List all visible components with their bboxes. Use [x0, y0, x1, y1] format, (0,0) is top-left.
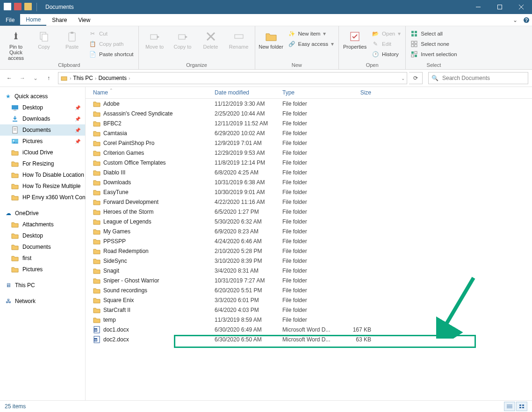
view-icons-button[interactable]	[516, 402, 527, 411]
paste-shortcut-button[interactable]: 📄Paste shortcut	[87, 50, 136, 59]
file-row[interactable]: Sound recordings6/20/2020 5:51 PMFile fo…	[86, 285, 532, 295]
up-button[interactable]: ↑	[43, 72, 54, 84]
sidebar-item[interactable]: Pictures	[0, 264, 85, 275]
sidebar-item[interactable]: HP Envy x360 Won't Con	[0, 192, 85, 203]
copy-path-button[interactable]: 📋Copy path	[87, 39, 136, 49]
column-name[interactable]: Name ⌃	[93, 89, 215, 96]
select-none-button[interactable]: Select none	[409, 39, 459, 49]
paste-button[interactable]: Paste	[59, 28, 85, 50]
file-row[interactable]: Sniper - Ghost Warrior10/31/2019 7:27 AM…	[86, 275, 532, 285]
file-row[interactable]: Adobe11/12/2019 3:30 AMFile folder	[86, 99, 532, 108]
sidebar-item[interactable]: Documents	[0, 241, 85, 253]
file-row[interactable]: BFBC212/11/2019 11:52 AMFile folder	[86, 118, 532, 128]
file-row[interactable]: Snagit3/4/2020 8:31 AMFile folder	[86, 266, 532, 275]
file-row[interactable]: Custom Office Templates11/8/2019 12:14 P…	[86, 158, 532, 167]
tab-file[interactable]: File	[0, 14, 20, 26]
file-date: 11/3/2019 8:59 AM	[215, 317, 282, 323]
forward-button[interactable]: →	[17, 72, 28, 84]
move-to-button[interactable]: Move to	[142, 28, 168, 50]
history-button[interactable]: 🕑History	[370, 50, 403, 59]
file-row[interactable]: League of Legends5/30/2020 6:32 AMFile f…	[86, 217, 532, 226]
file-row[interactable]: Square Enix3/3/2020 6:01 PMFile folder	[86, 295, 532, 305]
file-row[interactable]: My Games6/9/2020 8:23 AMFile folder	[86, 226, 532, 236]
sidebar-item[interactable]: first	[0, 253, 85, 264]
search-input[interactable]	[441, 74, 525, 82]
file-row[interactable]: EasyTune10/30/2019 9:01 AMFile folder	[86, 187, 532, 197]
address-bar[interactable]: › This PC › Documents › ⌄	[58, 72, 407, 84]
close-button[interactable]	[510, 0, 532, 14]
file-row[interactable]: Forward Development4/22/2020 11:16 AMFil…	[86, 197, 532, 207]
file-row[interactable]: Downloads10/31/2019 6:38 AMFile folder	[86, 177, 532, 187]
chevron-right-icon[interactable]: ›	[129, 76, 130, 81]
chevron-right-icon[interactable]: ›	[70, 76, 71, 81]
file-row[interactable]: Road Redemption2/10/2020 5:28 PMFile fol…	[86, 246, 532, 256]
new-folder-button[interactable]: New folder	[258, 28, 284, 50]
column-type[interactable]: Type	[282, 89, 338, 96]
copy-button[interactable]: Copy	[31, 28, 57, 50]
minimize-button[interactable]	[467, 0, 489, 14]
sidebar-item[interactable]: Pictures📌	[0, 136, 85, 147]
tab-view[interactable]: View	[72, 14, 96, 26]
invert-selection-button[interactable]: Invert selection	[409, 50, 459, 59]
refresh-button[interactable]: ⟳	[409, 72, 423, 84]
file-row[interactable]: PPSSPP4/24/2020 6:46 AMFile folder	[86, 236, 532, 246]
file-row[interactable]: Corel PaintShop Pro12/9/2019 7:01 AMFile…	[86, 138, 532, 148]
file-list[interactable]: Adobe11/12/2019 3:30 AMFile folderAssass…	[86, 99, 532, 400]
file-row[interactable]: Criterion Games12/29/2019 9:53 AMFile fo…	[86, 148, 532, 158]
back-button[interactable]: ←	[4, 72, 15, 84]
tab-home[interactable]: Home	[20, 14, 46, 26]
help-icon[interactable]: ?	[521, 14, 532, 26]
chevron-down-icon[interactable]: ⌄	[401, 76, 405, 81]
qat-icon-2[interactable]	[14, 3, 22, 10]
sidebar-network[interactable]: 🖧Network	[0, 296, 85, 307]
sidebar-item[interactable]: How To Resize Multiple	[0, 181, 85, 192]
sidebar-item[interactable]: iCloud Drive	[0, 147, 85, 158]
search-box[interactable]: 🔍	[428, 72, 528, 84]
sidebar-item[interactable]: Desktop	[0, 230, 85, 241]
qat-icon-1[interactable]	[4, 3, 11, 10]
breadcrumb-this-pc[interactable]: This PC	[73, 75, 93, 81]
sidebar-onedrive[interactable]: ☁OneDrive	[0, 208, 85, 219]
ribbon-collapse-icon[interactable]: ⌄	[510, 14, 521, 26]
edit-button[interactable]: ✎Edit	[370, 39, 403, 49]
properties-button[interactable]: Properties	[342, 28, 368, 50]
file-row[interactable]: Assassin's Creed Syndicate2/25/2020 10:4…	[86, 108, 532, 118]
copy-to-button[interactable]: Copy to	[170, 28, 196, 50]
breadcrumb-documents[interactable]: Documents	[98, 75, 127, 81]
sidebar-quick-access[interactable]: ★Quick access	[0, 91, 85, 102]
file-row[interactable]: Heroes of the Storm6/5/2020 1:27 PMFile …	[86, 207, 532, 217]
sidebar-item[interactable]: Desktop📌	[0, 102, 85, 113]
svg-rect-47	[519, 405, 521, 406]
file-row[interactable]: SideSync3/10/2020 8:39 PMFile folder	[86, 256, 532, 266]
file-row[interactable]: Diablo III6/8/2020 4:25 AMFile folder	[86, 167, 532, 177]
tab-share[interactable]: Share	[46, 14, 72, 26]
recent-locations-button[interactable]: ⌄	[30, 72, 41, 84]
sidebar-item[interactable]: Attachments	[0, 219, 85, 230]
sidebar-item[interactable]: For Resizing	[0, 158, 85, 169]
file-row[interactable]: Wdoc1.docx6/30/2020 6:49 AMMicrosoft Wor…	[86, 325, 532, 334]
pin-to-quick-access-button[interactable]: Pin to Quick access	[3, 28, 29, 61]
delete-button[interactable]: Delete	[198, 28, 224, 50]
easy-access-button[interactable]: 🔗Easy access▾	[286, 39, 336, 49]
file-row[interactable]: Wdoc2.docx6/30/2020 6:50 AMMicrosoft Wor…	[86, 334, 532, 344]
maximize-button[interactable]	[489, 0, 510, 14]
new-item-button[interactable]: ✨New item▾	[286, 29, 336, 38]
cut-button[interactable]: ✂Cut	[87, 29, 136, 38]
file-row[interactable]: Camtasia6/29/2020 10:02 AMFile folder	[86, 128, 532, 138]
column-size[interactable]: Size	[338, 89, 376, 96]
rename-button[interactable]: Rename	[226, 28, 252, 50]
folder-icon	[11, 194, 19, 201]
column-date[interactable]: Date modified	[215, 89, 282, 96]
file-row[interactable]: temp11/3/2019 8:59 AMFile folder	[86, 315, 532, 325]
select-all-button[interactable]: Select all	[409, 29, 459, 38]
qat-icon-3[interactable]	[24, 3, 32, 10]
sidebar-item[interactable]: Documents📌	[0, 124, 85, 136]
file-row[interactable]: StarCraft II6/4/2020 4:03 PMFile folder	[86, 305, 532, 315]
sidebar-item[interactable]: Downloads📌	[0, 113, 85, 124]
view-details-button[interactable]	[504, 402, 515, 411]
chevron-right-icon[interactable]: ›	[95, 76, 96, 81]
open-button[interactable]: 📂Open▾	[370, 29, 403, 38]
sidebar-this-pc[interactable]: 🖥This PC	[0, 280, 85, 291]
sidebar-item[interactable]: How To Disable Location	[0, 169, 85, 181]
paste-icon	[65, 30, 79, 43]
